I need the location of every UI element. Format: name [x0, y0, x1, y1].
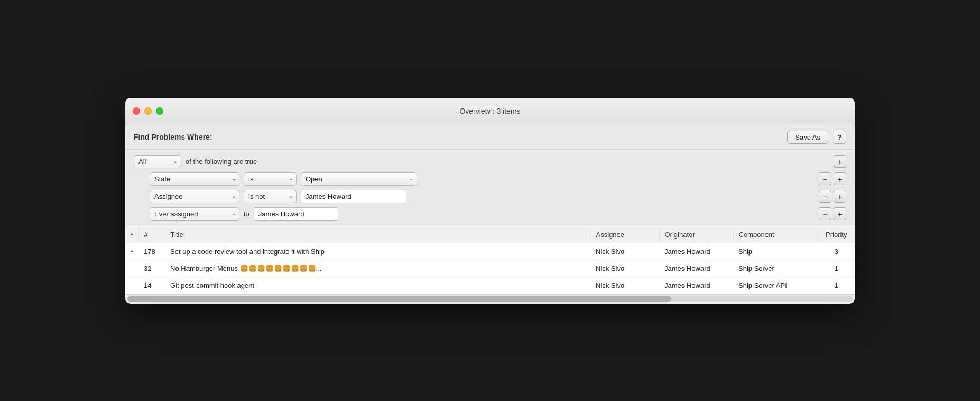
table-header-row: • # Title Assignee Originator Component … — [125, 226, 855, 243]
row-number: 178 — [138, 243, 165, 260]
col-header-component[interactable]: Component — [733, 226, 818, 243]
results-table-area: • # Title Assignee Originator Component … — [125, 226, 855, 294]
operator-select-1[interactable]: is is not — [244, 172, 297, 186]
field-select-1[interactable]: State Assignee Ever assigned Priority Co… — [150, 172, 239, 186]
field-select-wrapper-1: State Assignee Ever assigned Priority Co… — [150, 172, 239, 186]
row-assignee: Nick Sivo — [590, 260, 659, 277]
row-originator: James Howard — [659, 277, 733, 294]
add-filter-group-button[interactable]: + — [834, 155, 846, 168]
filter-row-3: Ever assigned State Assignee Priority Co… — [134, 207, 846, 221]
filter-actions-1: − + — [819, 172, 846, 185]
scrollbar-thumb[interactable] — [127, 296, 671, 302]
row-assignee: Nick Sivo — [590, 243, 659, 260]
row-dot — [125, 277, 138, 294]
save-as-button[interactable]: Save As — [787, 131, 828, 144]
horizontal-scrollbar[interactable] — [125, 294, 855, 304]
col-header-title[interactable]: Title — [165, 226, 590, 243]
table-row[interactable]: • 178 Set up a code review tool and inte… — [125, 243, 855, 260]
maximize-button[interactable] — [156, 107, 163, 115]
row-component: Ship Server API — [733, 277, 818, 294]
row-originator: James Howard — [659, 260, 733, 277]
row-title: Set up a code review tool and integrate … — [165, 243, 590, 260]
col-header-number[interactable]: # — [138, 226, 165, 243]
scrollbar-track[interactable] — [127, 296, 853, 302]
help-button[interactable]: ? — [833, 131, 846, 144]
filter-actions-3: − + — [819, 207, 846, 220]
row-priority: 3 — [818, 243, 855, 260]
app-window: Overview : 3 items Find Problems Where: … — [125, 98, 855, 304]
row-component: Ship Server — [733, 260, 818, 277]
field-select-3[interactable]: Ever assigned State Assignee Priority Co… — [150, 207, 239, 221]
field-select-wrapper-2: Assignee State Ever assigned Priority Co… — [150, 190, 239, 203]
table-row[interactable]: 14 Git post-commit hook agent Nick Sivo … — [125, 277, 855, 294]
remove-filter-2-button[interactable]: − — [819, 190, 831, 203]
operator-select-wrapper-1: is is not — [244, 172, 297, 186]
row-assignee: Nick Sivo — [590, 277, 659, 294]
col-header-originator[interactable]: Originator — [659, 226, 733, 243]
row-priority: 1 — [818, 277, 855, 294]
row-title: Git post-commit hook agent — [165, 277, 590, 294]
remove-filter-1-button[interactable]: − — [819, 172, 831, 185]
row-title: No Hamburger Menus 🍔🍔🍔🍔🍔🍔🍔🍔🍔... — [165, 260, 590, 277]
filter-row-top: All Any of the following are true + — [134, 155, 846, 168]
col-header-priority[interactable]: Priority — [818, 226, 855, 243]
operator-select-2[interactable]: is not is — [244, 190, 297, 203]
row-number: 32 — [138, 260, 165, 277]
row-priority: 1 — [818, 260, 855, 277]
row-dot — [125, 260, 138, 277]
operator-select-wrapper-2: is not is — [244, 190, 297, 203]
add-filter-3-button[interactable]: + — [834, 207, 846, 220]
field-select-2[interactable]: Assignee State Ever assigned Priority Co… — [150, 190, 239, 203]
row-component: Ship — [733, 243, 818, 260]
find-problems-label: Find Problems Where: — [134, 133, 212, 141]
assignee-value-input[interactable] — [301, 190, 406, 203]
all-select-wrapper: All Any — [134, 155, 181, 168]
window-controls — [133, 107, 163, 115]
row-dot: • — [125, 243, 138, 260]
toolbar-actions: Save As ? — [787, 131, 846, 144]
filter-actions-2: − + — [819, 190, 846, 203]
col-header-dot: • — [125, 226, 138, 243]
all-select[interactable]: All Any — [134, 155, 181, 168]
results-table: • # Title Assignee Originator Component … — [125, 226, 855, 294]
value-select-1[interactable]: Open Closed In Progress — [301, 172, 417, 186]
row-number: 14 — [138, 277, 165, 294]
col-header-assignee[interactable]: Assignee — [590, 226, 659, 243]
following-label: of the following are true — [186, 158, 257, 166]
value-select-wrapper-1: Open Closed In Progress — [301, 172, 417, 186]
field-select-wrapper-3: Ever assigned State Assignee Priority Co… — [150, 207, 239, 221]
filter-row-2: Assignee State Ever assigned Priority Co… — [134, 190, 846, 203]
filter-row-1: State Assignee Ever assigned Priority Co… — [134, 172, 846, 186]
minimize-button[interactable] — [144, 107, 152, 115]
add-filter-1-button[interactable]: + — [834, 172, 846, 185]
table-row[interactable]: 32 No Hamburger Menus 🍔🍔🍔🍔🍔🍔🍔🍔🍔... Nick … — [125, 260, 855, 277]
close-button[interactable] — [133, 107, 140, 115]
window-title: Overview : 3 items — [459, 107, 520, 115]
ever-assigned-value-input[interactable] — [254, 207, 338, 221]
filter-section: All Any of the following are true + Stat… — [125, 150, 855, 226]
toolbar: Find Problems Where: Save As ? — [125, 125, 855, 150]
row-originator: James Howard — [659, 243, 733, 260]
add-filter-2-button[interactable]: + — [834, 190, 846, 203]
titlebar: Overview : 3 items — [125, 98, 855, 125]
remove-filter-3-button[interactable]: − — [819, 207, 831, 220]
to-label: to — [244, 210, 249, 218]
